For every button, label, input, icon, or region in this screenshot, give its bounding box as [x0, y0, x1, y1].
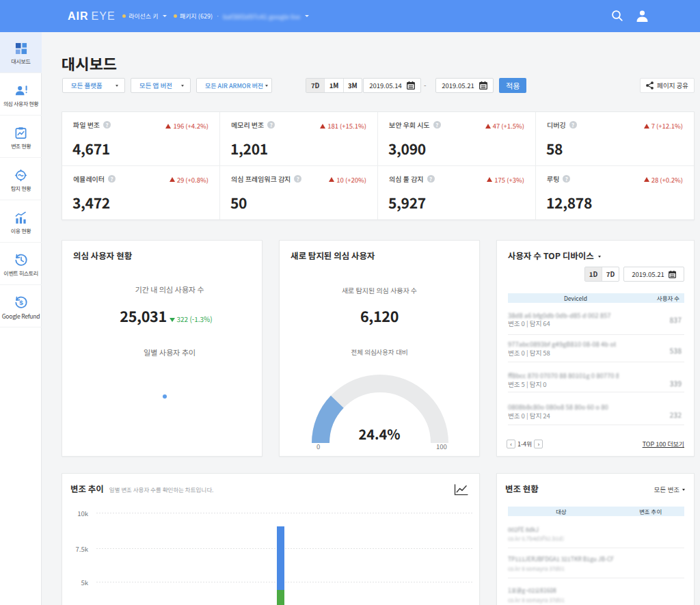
svg-text:$: $: [19, 299, 23, 306]
